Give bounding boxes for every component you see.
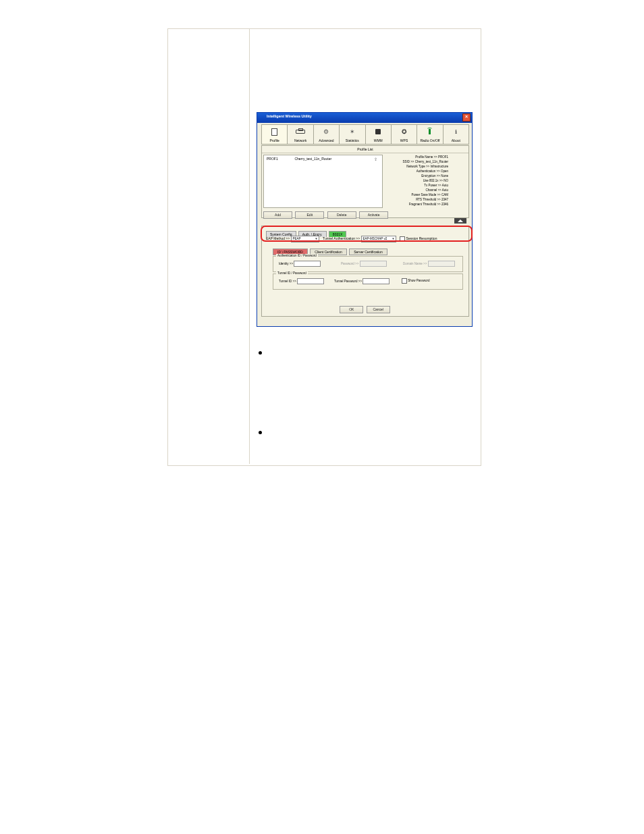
tunnel-id-label: Tunnel ID >> <box>279 280 296 283</box>
collapse-toggle[interactable] <box>454 218 466 224</box>
tab-wps[interactable]: ✪ WPS <box>392 125 417 144</box>
activate-button[interactable]: Activate <box>359 211 388 219</box>
profile-list-panel: Profile List PROF1 Cherry_test_11n_Route… <box>261 145 469 218</box>
tab-network[interactable]: Network <box>288 125 313 144</box>
wireless-utility-window: Intelligent Wireless Utility × Profile N… <box>257 112 473 326</box>
eap-method-label: EAP Method >> <box>266 236 290 240</box>
main-toolbar: Profile Network ⚙ Advanced ✶ Statisti <box>261 124 469 145</box>
wps-icon: ✪ <box>402 128 407 135</box>
bullet-item <box>259 348 271 356</box>
bullet-item <box>259 427 271 436</box>
tab-about[interactable]: ℹ About <box>444 125 468 144</box>
config-panel: System Config Auth. \ Encry. 8021X EAP M… <box>261 226 469 317</box>
close-icon[interactable]: × <box>462 113 471 122</box>
tab-wmm[interactable]: WMM <box>366 125 392 144</box>
profile-icon <box>271 128 277 136</box>
password-input <box>360 261 387 267</box>
tunnel-id-password-group: Tunnel ID / Password Tunnel ID >> Tunnel… <box>273 273 463 290</box>
eap-method-select[interactable]: PEAP <box>291 236 319 242</box>
subtab-server-cert[interactable]: Server Certification <box>349 249 387 255</box>
tunnel-auth-select[interactable]: EAP-MSCHAP v2 <box>361 236 396 242</box>
profile-details: Profile Name >> PROF1 SSID >> Cherry_tes… <box>385 155 467 207</box>
session-resumption-label: Session Resumption <box>406 236 437 240</box>
cancel-button[interactable]: Cancel <box>367 306 390 313</box>
network-icon <box>296 130 305 134</box>
tab-statistics[interactable]: ✶ Statistics <box>340 125 365 144</box>
tunnel-password-label: Tunnel Password >> <box>334 280 362 283</box>
session-resumption-checkbox[interactable] <box>400 236 405 242</box>
domain-name-input <box>428 261 455 267</box>
password-label: Password >> <box>341 262 358 265</box>
bullet-icon <box>259 351 262 355</box>
signal-icon: ⇪ <box>374 157 377 161</box>
tunnel-id-input[interactable] <box>297 278 324 284</box>
identity-label: Identity >> <box>279 262 293 265</box>
edit-button[interactable]: Edit <box>295 211 324 219</box>
tab-profile[interactable]: Profile <box>262 125 288 144</box>
tunnel-password-input[interactable] <box>363 278 390 284</box>
wmm-icon <box>375 129 381 134</box>
profile-row[interactable]: PROF1 Cherry_test_11n_Router ⇪ <box>264 155 382 162</box>
gears-icon: ⚙ <box>323 128 329 135</box>
statistics-icon: ✶ <box>350 128 355 135</box>
add-button[interactable]: Add <box>263 211 292 219</box>
show-password-label: Show Password <box>408 279 429 282</box>
tab-advanced[interactable]: ⚙ Advanced <box>314 125 340 144</box>
identity-input[interactable] <box>294 261 321 267</box>
show-password-checkbox[interactable] <box>402 278 407 284</box>
tunnel-auth-label: Tunnel Authentication >> <box>323 236 360 240</box>
auth-id-password-group: Authentication ID / Password Identity >>… <box>273 256 463 272</box>
tab-radio-onoff[interactable]: Radio On/Off <box>417 125 443 144</box>
profile-list[interactable]: PROF1 Cherry_test_11n_Router ⇪ <box>263 155 383 208</box>
window-title: Intelligent Wireless Utility <box>267 114 312 118</box>
ok-button[interactable]: OK <box>340 306 363 313</box>
radio-icon <box>429 129 431 134</box>
bullet-icon <box>259 431 262 434</box>
delete-button[interactable]: Delete <box>327 211 356 219</box>
domain-name-label: Domain Name >> <box>403 262 427 265</box>
profile-list-header: Profile List <box>262 146 468 153</box>
about-icon: ℹ <box>455 129 457 135</box>
title-bar[interactable]: Intelligent Wireless Utility × <box>257 112 473 123</box>
